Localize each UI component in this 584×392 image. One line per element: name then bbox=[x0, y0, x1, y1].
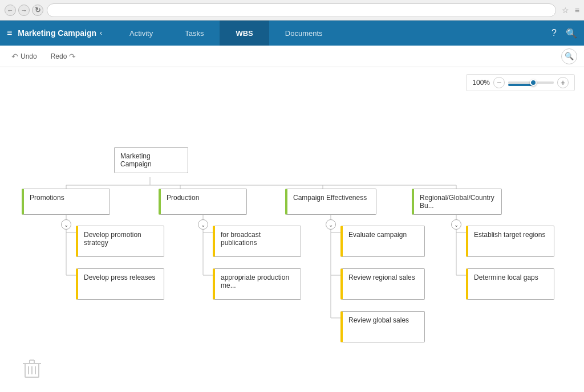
browser-menu-icon[interactable]: ≡ bbox=[575, 6, 579, 15]
l2-dev-press-releases-label: Develop press releases bbox=[84, 273, 155, 281]
l2-production-me-label: appropriate production me... bbox=[221, 273, 289, 289]
wbs-l2-evaluate-campaign[interactable]: Evaluate campaign bbox=[340, 226, 425, 257]
global-search-icon[interactable]: 🔍 bbox=[566, 28, 577, 39]
l1-production-label: Production bbox=[167, 194, 199, 202]
wbs-l1-promotions[interactable]: Promotions bbox=[22, 189, 110, 215]
wbs-canvas: 100% − + bbox=[0, 67, 584, 392]
l2-review-regional-sales-label: Review regional sales bbox=[348, 273, 415, 281]
wbs-l2-review-regional-sales[interactable]: Review regional sales bbox=[340, 268, 425, 300]
nav-buttons: ← → ↻ bbox=[5, 5, 43, 16]
collapse-arrow-icon[interactable]: ‹ bbox=[100, 29, 102, 37]
l2-establish-target-regions-label: Establish target regions bbox=[474, 231, 545, 239]
l2-broadcast-pub-label: for broadcast publications bbox=[221, 231, 261, 247]
undo-icon: ↶ bbox=[11, 52, 18, 61]
nav-tabs: Activity Tasks WBS Documents bbox=[113, 21, 551, 46]
wbs-l2-dev-promo-strategy[interactable]: Develop promotion strategy bbox=[76, 226, 164, 257]
l2-evaluate-campaign-label: Evaluate campaign bbox=[348, 231, 407, 239]
app-header: ≡ Marketing Campaign ‹ Activity Tasks WB… bbox=[0, 21, 584, 46]
l2-determine-local-gaps-label: Determine local gaps bbox=[474, 273, 538, 281]
wbs-l2-review-global-sales[interactable]: Review global sales bbox=[340, 311, 425, 342]
wbs-root-node[interactable]: Marketing Campaign bbox=[114, 147, 188, 173]
refresh-button[interactable]: ↻ bbox=[32, 5, 43, 16]
collapse-promotions[interactable]: ⌄ bbox=[61, 219, 71, 230]
root-node-label: Marketing Campaign bbox=[120, 152, 152, 168]
bookmark-icon[interactable]: ☆ bbox=[562, 6, 569, 15]
collapse-regional[interactable]: ⌄ bbox=[451, 219, 461, 230]
wbs-l2-broadcast-pub[interactable]: for broadcast publications bbox=[213, 226, 301, 257]
forward-button[interactable]: → bbox=[18, 5, 30, 16]
header-right-actions: ? 🔍 bbox=[551, 28, 577, 39]
wbs-l1-regional[interactable]: Regional/Global/Country Bu... bbox=[412, 189, 502, 215]
tab-tasks[interactable]: Tasks bbox=[169, 21, 220, 46]
wbs-l2-determine-local-gaps[interactable]: Determine local gaps bbox=[466, 268, 554, 300]
toolbar: ↶ Undo Redo ↷ 🔍 bbox=[0, 46, 584, 67]
tab-activity[interactable]: Activity bbox=[113, 21, 169, 46]
l1-campaign-eff-label: Campaign Effectiveness bbox=[293, 194, 367, 202]
wbs-l2-dev-press-releases[interactable]: Develop press releases bbox=[76, 268, 164, 300]
wbs-l1-campaign-eff[interactable]: Campaign Effectiveness bbox=[285, 189, 376, 215]
back-button[interactable]: ← bbox=[5, 5, 16, 16]
wbs-l1-production[interactable]: Production bbox=[159, 189, 247, 215]
zoom-in-button[interactable]: + bbox=[557, 77, 569, 88]
l2-dev-promo-strategy-label: Develop promotion strategy bbox=[84, 231, 141, 247]
app-title: Marketing Campaign bbox=[18, 28, 96, 38]
canvas-search-button[interactable]: 🔍 bbox=[561, 48, 577, 64]
tab-wbs[interactable]: WBS bbox=[220, 21, 269, 46]
redo-icon: ↷ bbox=[69, 52, 76, 61]
collapse-production[interactable]: ⌄ bbox=[198, 219, 208, 230]
redo-label: Redo bbox=[51, 52, 67, 60]
undo-label: Undo bbox=[21, 52, 37, 60]
wbs-l2-production-me[interactable]: appropriate production me... bbox=[213, 268, 301, 300]
redo-button[interactable]: Redo ↷ bbox=[46, 50, 81, 63]
hamburger-menu-icon[interactable]: ≡ bbox=[7, 28, 12, 38]
url-bar[interactable] bbox=[47, 3, 556, 17]
l2-review-global-sales-label: Review global sales bbox=[348, 316, 409, 324]
collapse-campaign-eff[interactable]: ⌄ bbox=[326, 219, 336, 230]
help-icon[interactable]: ? bbox=[551, 28, 557, 38]
zoom-controls: 100% − + bbox=[466, 74, 575, 91]
zoom-percent-label: 100% bbox=[472, 79, 490, 87]
zoom-out-button[interactable]: − bbox=[493, 77, 505, 88]
tab-documents[interactable]: Documents bbox=[269, 21, 339, 46]
trash-icon[interactable] bbox=[23, 359, 41, 383]
browser-chrome: ← → ↻ ☆ ≡ bbox=[0, 0, 584, 21]
l1-promotions-label: Promotions bbox=[30, 194, 64, 202]
undo-button[interactable]: ↶ Undo bbox=[7, 50, 42, 63]
zoom-slider[interactable] bbox=[508, 81, 554, 84]
wbs-l2-establish-target-regions[interactable]: Establish target regions bbox=[466, 226, 554, 257]
l1-regional-label: Regional/Global/Country Bu... bbox=[420, 194, 494, 210]
